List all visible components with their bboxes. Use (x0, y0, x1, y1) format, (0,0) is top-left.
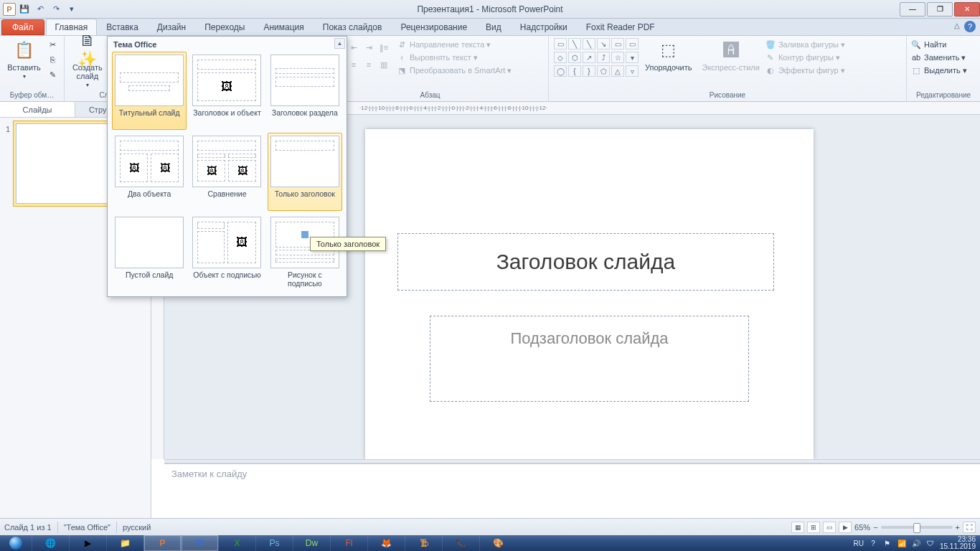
layout-tooltip: Только заголовок (310, 237, 386, 251)
notes-pane[interactable]: Заметки к слайду (164, 463, 980, 518)
qat-save-button[interactable]: 💾 (17, 2, 32, 17)
format-painter-button[interactable]: ✎ (45, 67, 60, 82)
copy-button[interactable]: ⎘ (45, 52, 60, 67)
taskbar-powerpoint[interactable]: P (143, 535, 181, 551)
sorter-view-button[interactable]: ⊞ (807, 522, 820, 533)
taskbar-dreamweaver[interactable]: Dw (293, 535, 330, 551)
system-tray: RU ? ⚑ 📶 🔊 🛡 23:36 15.11.2019 (849, 535, 980, 551)
subtitle-placeholder[interactable]: Подзаголовок слайда (430, 316, 749, 402)
close-button[interactable]: ✕ (954, 2, 980, 17)
layout-caption: Титульный слайд (119, 108, 180, 127)
replace-button[interactable]: abЗаменить ▾ (911, 52, 966, 63)
qat-customize-button[interactable]: ▾ (65, 2, 79, 17)
taskbar-flash[interactable]: Fl (330, 535, 367, 551)
new-slide-icon: 🗎✨ (76, 39, 99, 62)
zoom-slider[interactable] (881, 526, 953, 529)
text-direction-icon: ⇵ (397, 39, 407, 50)
align-text-button: ⫞Выровнять текст ▾ (397, 52, 512, 63)
tab-slideshow[interactable]: Показ слайдов (314, 19, 392, 35)
tray-shield-icon[interactable]: 🛡 (925, 538, 936, 548)
taskbar-archiver[interactable]: 🗜 (405, 535, 442, 551)
layout-picture-caption[interactable]: Рисунок с подписью (268, 214, 342, 292)
thumbnail-number: 1 (6, 123, 16, 204)
tab-foxit[interactable]: Foxit Reader PDF (577, 19, 664, 35)
layout-blank[interactable]: Пустой слайд (112, 214, 187, 292)
arrange-icon: ⬚ (657, 39, 680, 62)
paste-button[interactable]: 📋 Вставить ▾ (4, 37, 44, 81)
start-button[interactable] (0, 535, 32, 551)
layout-section-header[interactable]: Заголовок раздела (268, 52, 342, 130)
layout-comparison[interactable]: 🖼🖼 Сравнение (189, 133, 264, 211)
new-slide-button[interactable]: 🗎✨ Создать слайд ▾ (69, 37, 106, 90)
status-language[interactable]: русский (123, 523, 151, 532)
tray-network-icon[interactable]: 📶 (897, 538, 907, 548)
status-slide-count: Слайд 1 из 1 (4, 523, 52, 532)
smartart-icon: ⬔ (397, 65, 407, 75)
reading-view-button[interactable]: ▭ (823, 522, 836, 533)
taskbar-inkscape[interactable]: 🦊 (367, 535, 405, 551)
gallery-scroll-up-button[interactable]: ▲ (334, 38, 345, 49)
justify-button: ≡ (362, 57, 376, 72)
tray-volume-icon[interactable]: 🔊 (911, 538, 921, 548)
slides-tab[interactable]: Слайды (0, 102, 75, 117)
cut-button[interactable]: ✂ (45, 37, 60, 52)
layout-title-only[interactable]: Только заголовок (268, 133, 342, 211)
taskbar-word[interactable]: W (181, 535, 218, 551)
help-button[interactable]: ? (964, 21, 976, 32)
fill-icon: 🪣 (765, 39, 776, 50)
tab-insert[interactable]: Вставка (97, 19, 148, 35)
normal-view-button[interactable]: ▦ (791, 522, 804, 533)
layout-content-caption[interactable]: 🖼 Объект с подписью (189, 214, 264, 292)
tab-transitions[interactable]: Переходы (195, 19, 254, 35)
layout-caption: Сравнение (208, 189, 247, 208)
arrange-button[interactable]: ⬚ Упорядочить (641, 37, 696, 73)
tray-flag-icon[interactable]: ⚑ (882, 538, 892, 548)
layout-title-content[interactable]: 🖼 Заголовок и объект (189, 52, 264, 130)
title-bar: P 💾 ↶ ↷ ▾ Презентация1 - Microsoft Power… (0, 0, 980, 19)
tray-clock[interactable]: 23:36 15.11.2019 (940, 536, 976, 550)
taskbar-media[interactable]: ▶ (69, 535, 106, 551)
minimize-button[interactable]: — (900, 2, 925, 17)
taskbar-explorer[interactable]: 📁 (106, 535, 143, 551)
layout-title-slide[interactable]: Титульный слайд (112, 52, 187, 130)
slide[interactable]: Заголовок слайда Подзаголовок слайда (365, 129, 814, 459)
tab-addins[interactable]: Надстройки (511, 19, 577, 35)
zoom-level: 65% (854, 523, 870, 532)
tab-review[interactable]: Рецензирование (391, 19, 476, 35)
group-clipboard-label: Буфер обм… (4, 90, 60, 101)
tab-design[interactable]: Дизайн (148, 19, 195, 35)
taskbar-chrome[interactable]: 🌐 (32, 535, 69, 551)
zoom-out-button[interactable]: − (873, 523, 877, 532)
tray-help-icon[interactable]: ? (868, 538, 878, 548)
maximize-button[interactable]: ❐ (927, 2, 953, 17)
tray-language[interactable]: RU (853, 540, 863, 547)
minimize-ribbon-button[interactable]: △ (954, 22, 960, 29)
zoom-in-button[interactable]: + (956, 523, 960, 532)
gallery-section-label: Тема Office (108, 37, 347, 52)
paste-icon: 📋 (13, 39, 36, 62)
qat-redo-button[interactable]: ↷ (49, 2, 63, 17)
fit-to-window-button[interactable]: ⛶ (963, 522, 976, 533)
taskbar-viber[interactable]: 📞 (442, 535, 479, 551)
tab-view[interactable]: Вид (476, 19, 511, 35)
taskbar-photoshop[interactable]: Ps (255, 535, 293, 551)
taskbar-excel[interactable]: X (218, 535, 255, 551)
paste-label: Вставить (7, 63, 41, 72)
select-button[interactable]: ⬚Выделить ▾ (911, 65, 967, 76)
arrange-label: Упорядочить (645, 63, 692, 72)
file-tab[interactable]: Файл (1, 19, 44, 35)
windows-logo-icon (9, 537, 22, 550)
title-placeholder[interactable]: Заголовок слайда (397, 233, 774, 291)
layout-caption: Заголовок и объект (193, 108, 261, 127)
quick-styles-label: Экспресс-стили (702, 63, 759, 72)
layout-two-content[interactable]: 🖼🖼 Два объекта (112, 133, 187, 211)
increase-indent-button: ⇥ (362, 40, 376, 55)
shapes-gallery[interactable]: ▭╲╲↘▭▭ ◇⬡↗⤴☆▾ ◯{}⬠△▿ (553, 37, 639, 77)
find-button[interactable]: 🔍Найти (911, 39, 946, 50)
qat-undo-button[interactable]: ↶ (33, 2, 47, 17)
taskbar-gimp[interactable]: 🎨 (479, 535, 517, 551)
align-right-button: ≡ (347, 57, 361, 72)
ruler-marks: ·12·|·|·|·10·|·|·|·8·|·|·|·6·|·|·|·4·|·|… (359, 102, 966, 114)
tab-animation[interactable]: Анимация (254, 19, 313, 35)
slideshow-view-button[interactable]: ▶ (839, 522, 852, 533)
